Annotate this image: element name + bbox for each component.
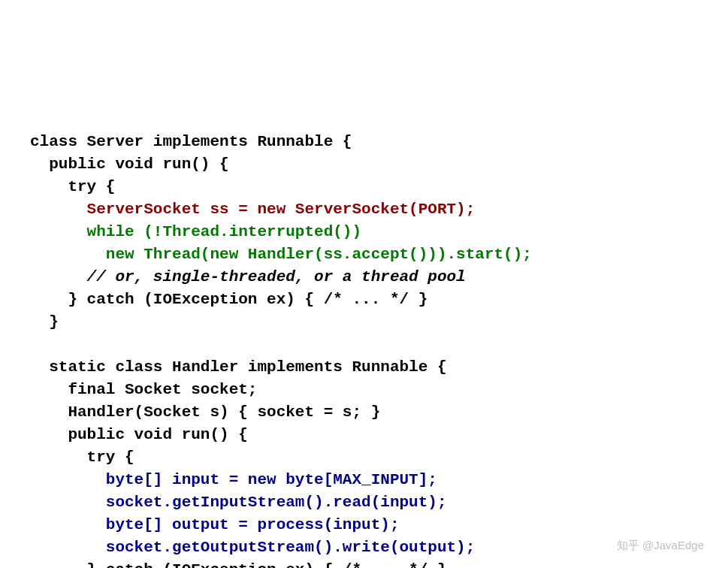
code-line: byte[] input = new byte[MAX_INPUT]; [30, 471, 437, 488]
code-line: byte[] output = process(input); [30, 516, 399, 533]
code-line: public void run() { [30, 426, 248, 443]
code-line: public void run() { [30, 156, 229, 173]
code-line: while (!Thread.interrupted()) [30, 223, 361, 240]
code-line: ServerSocket ss = new ServerSocket(PORT)… [30, 201, 475, 218]
code-line: class Server implements Runnable { [30, 133, 352, 150]
code-line: try { [30, 449, 134, 466]
code-line: socket.getInputStream().read(input); [30, 494, 447, 511]
code-line: } [30, 313, 59, 331]
code-line: static class Handler implements Runnable… [30, 358, 447, 376]
code-line: Handler(Socket s) { socket = s; } [30, 403, 380, 421]
code-line: } catch (IOException ex) { /* ... */ } [30, 291, 427, 308]
code-block: class Server implements Runnable { publi… [30, 108, 728, 568]
code-line: socket.getOutputStream().write(output); [30, 539, 475, 556]
watermark: 知乎 @JavaEdge [617, 537, 704, 553]
code-line: } catch (IOException ex) { /* ... */ } [30, 561, 447, 568]
code-comment: // or, single-threaded, or a thread pool [30, 268, 466, 286]
code-line: new Thread(new Handler(ss.accept())).sta… [30, 246, 532, 263]
code-line: final Socket socket; [30, 381, 257, 398]
code-line: try { [30, 178, 115, 195]
